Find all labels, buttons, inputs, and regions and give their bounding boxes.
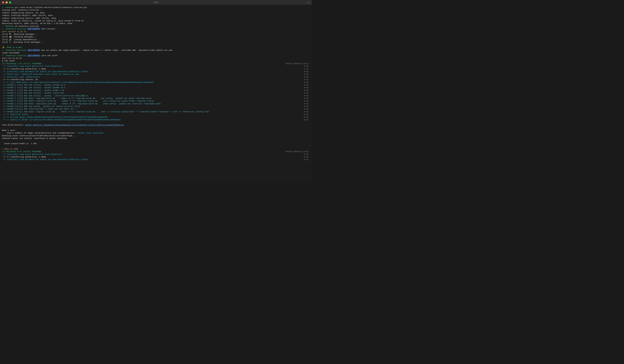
line: => CACHED [ 5/12] RUN npm install --glob…	[2, 92, 310, 94]
line: => => transferring dockerfile: 1.66kB0.0…	[2, 156, 310, 158]
line: ➜ inventory-tutorial git:(main) aws ecr-…	[2, 49, 310, 52]
line: => CACHED [ 2/12] RUN npm install --glob…	[2, 84, 310, 86]
line: => [internal] load build definition from…	[2, 65, 310, 68]
line: ⚡ Done in 21ms	[2, 148, 310, 150]
line: [4/4] 🔨 Building fresh packages...	[2, 41, 310, 44]
line: => [internal] load metadata for public.e…	[2, 70, 310, 73]
line: => CACHED [ 3/12] RUN npm install --glob…	[2, 86, 310, 89]
line: => [ 1/12] FROM public.ecr.aws/sam/build…	[2, 81, 310, 84]
line: remote: Counting objects: 100% (19/19), …	[2, 14, 310, 17]
maximize-button[interactable]	[9, 1, 11, 3]
line: Bundling asset InventoryStack/FindProduc…	[2, 135, 310, 137]
line	[2, 121, 310, 124]
line: remote: Compressing objects: 100% (15/15…	[2, 17, 310, 20]
line: => CACHED [11/12] RUN /sbin/useradd -u 1…	[2, 108, 310, 110]
line: ➜ Desktop git clone https://github.com/t…	[2, 6, 310, 9]
line: => [auth] aws:: sam/build-nodejs20.x:pul…	[2, 73, 310, 76]
line: => [internal] load .dockerignore0.0s	[2, 76, 310, 78]
line: => CACHED [ 7/12] RUN mkdir /tmp/npm-cac…	[2, 97, 310, 100]
line: What's next:	[2, 129, 310, 132]
line	[2, 44, 310, 46]
line	[2, 140, 310, 142]
minimize-button[interactable]	[5, 1, 8, 3]
line: => => naming to docker.io/library/cdk-d0…	[2, 118, 310, 121]
traffic-lights[interactable]	[2, 1, 11, 3]
line	[2, 145, 310, 148]
line: yarn run v1.22.22	[2, 57, 310, 60]
line: => [internal] load build definition from…	[2, 153, 310, 156]
line: [2/4] 🚚 Fetching packages...	[2, 36, 310, 38]
line: Cloning into 'inventory-tutorial'...	[2, 9, 310, 11]
line: yarn install v1.22.22	[2, 30, 310, 33]
line: $ cdk synth	[2, 60, 310, 62]
line: Login Succeeded	[2, 52, 310, 54]
line: => CACHED [ 6/12] RUN npm install --glob…	[2, 94, 310, 97]
line: ➜ Desktop cd inventory-tutorial	[2, 25, 310, 28]
line: => => exporting layers0.0s	[2, 113, 310, 116]
close-button[interactable]	[2, 1, 4, 3]
line: [+] Building 0.4s (16/16) FINISHEDdocker…	[2, 150, 310, 153]
window-title: teco	[154, 1, 159, 4]
line	[2, 127, 310, 129]
line: => => transferring context: 2B0.0s	[2, 78, 310, 81]
titlebar: teco ⌃⌘1	[0, 0, 312, 5]
line: [3/4] 🔗 Linking dependencies...	[2, 38, 310, 41]
line: remote: Enumerating objects: 19, done.	[2, 12, 310, 14]
line: => CACHED [ 8/12] RUN mkdir /tmp/yarn-ca…	[2, 100, 310, 102]
line: [+] Building 1.3s (17/17) FINISHEDdocker…	[2, 62, 310, 65]
line: => => writing image sha256:8dbbb153a1873…	[2, 116, 310, 118]
line: => CACHED [10/12] RUN npm config --globa…	[2, 105, 310, 108]
terminal-body[interactable]: ➜ Desktop git clone https://github.com/t…	[0, 5, 312, 182]
terminal-controls: ⌃⌘1	[307, 1, 310, 4]
line: [1/4] 🔍 Resolving packages...	[2, 33, 310, 36]
line: => [internal] load metadata for public.e…	[2, 158, 310, 161]
line: View a summary of image vulnerabilities …	[2, 132, 310, 134]
line: => CACHED [ 9/12] RUN mkdir /tmp/pnpm-ca…	[2, 103, 310, 105]
line: ✨ Done in 5.68s.	[2, 46, 310, 49]
line: Receiving objects: 100% (19/19), 48.84 K…	[2, 22, 310, 25]
line: => CACHED [12/12] RUN mkdir /tmp/bun-cac…	[2, 111, 310, 113]
line: asset-output/index.js 1.3kb	[2, 142, 310, 145]
terminal-window: teco ⌃⌘1 ➜ Desktop git clone https://git…	[0, 0, 312, 182]
line: remote: Total 19 (delta 0), reused 19 (d…	[2, 20, 310, 22]
line: ➜ inventory-tutorial git:(main) yarn cdk…	[2, 54, 310, 57]
line: => => transferring dockerfile: 1.66kB1.2…	[2, 68, 310, 70]
line: ➜ inventory-tutorial git:(main) yarn ins…	[2, 28, 310, 30]
line: esbuild cannot run locally. Switching to…	[2, 137, 310, 140]
line: View build details: docker-desktop://das…	[2, 124, 310, 126]
line: => CACHED [ 4/12] RUN npm install --glob…	[2, 89, 310, 92]
